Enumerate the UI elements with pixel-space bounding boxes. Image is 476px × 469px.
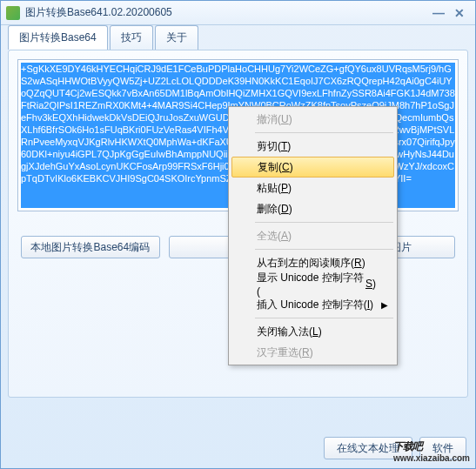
ctx-insert-unicode-ctrl[interactable]: 插入 Unicode 控制字符(I)▶ [231,294,395,315]
tab-convert[interactable]: 图片转换Base64 [8,25,108,50]
ctx-cut[interactable]: 剪切(T) [231,136,395,157]
software-button[interactable]: 软件 [419,437,466,459]
window-title: 图片转换Base641.02.20200605 [25,5,428,20]
app-icon [6,6,20,20]
tab-bar: 图片转换Base64 技巧 关于 [1,25,475,50]
ctx-separator [255,222,393,223]
close-button[interactable]: ✕ [449,5,470,21]
ctx-show-unicode-ctrl[interactable]: 显示 Unicode 控制字符(S) [231,273,395,294]
ctx-paste[interactable]: 粘贴(P) [231,178,395,198]
ctx-undo: 撤消(U) [231,109,395,130]
ctx-separator [255,318,393,318]
ctx-select-all: 全选(A) [231,225,395,246]
ctx-separator [255,249,393,250]
tab-tips[interactable]: 技巧 [110,25,153,50]
context-menu: 撤消(U) 剪切(T) 复制(C) 粘贴(P) 删除(D) 全选(A) 从右到左… [228,106,398,365]
minimize-button[interactable]: — [428,5,449,21]
app-window: 图片转换Base641.02.20200605 — ✕ 图片转换Base64 技… [0,0,476,469]
ctx-delete[interactable]: 删除(D) [231,198,395,219]
bottom-bar: 在线文本处理 软件 [324,437,466,459]
online-text-button[interactable]: 在线文本处理 [324,437,412,459]
ctx-close-ime[interactable]: 关闭输入法(L) [231,321,395,342]
ctx-copy[interactable]: 复制(C) [231,157,394,178]
ctx-separator [255,132,393,133]
tab-about[interactable]: 关于 [155,25,198,50]
ctx-hanzi-reselect: 汉字重选(R) [231,342,395,363]
titlebar: 图片转换Base641.02.20200605 — ✕ [1,1,475,25]
chevron-right-icon: ▶ [381,300,388,310]
convert-local-image-button[interactable]: 本地图片转换Base64编码 [21,236,160,258]
